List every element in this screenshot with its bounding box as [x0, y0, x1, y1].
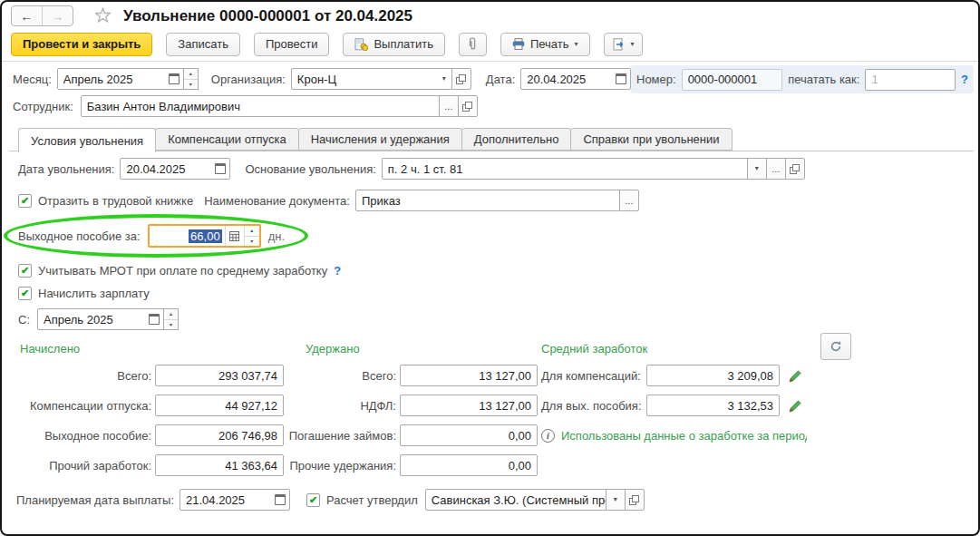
earnings-info-row: i Использованы данные о заработке за пер…: [541, 424, 807, 446]
export-icon: [612, 38, 626, 51]
refresh-icon: [830, 340, 842, 353]
employee-open-button[interactable]: [458, 95, 478, 117]
employee-row: Сотрудник: Базин Антон Владимирович ...: [13, 95, 478, 117]
calendar-button[interactable]: [165, 69, 183, 89]
employee-select-button[interactable]: ...: [439, 95, 459, 117]
title-row: ← → Увольнение 0000-000001 от 20.04.2025: [11, 5, 412, 26]
month-field[interactable]: Апрель 2025: [57, 68, 184, 90]
approved-by-open-button[interactable]: [625, 489, 645, 511]
write-button[interactable]: Записать: [166, 33, 240, 56]
totals-grid: Всего: 293 037,74 Всего: 13 127,00 Для к…: [11, 365, 807, 476]
avg-compensation-edit-button[interactable]: [783, 365, 807, 386]
other-earnings-label: Прочий заработок:: [11, 454, 151, 476]
month-spinner[interactable]: ▴ ▾: [183, 68, 199, 90]
reason-dropdown-button[interactable]: ▾: [747, 158, 767, 180]
tab-label: Справки при увольнении: [583, 132, 719, 146]
attachments-button[interactable]: [459, 33, 487, 56]
post-button[interactable]: Провести: [254, 33, 330, 56]
workbook-checkbox[interactable]: ✔: [18, 194, 32, 208]
reason-select-button[interactable]: ...: [766, 158, 786, 180]
tab-additional[interactable]: Дополнительно: [461, 128, 572, 151]
tab-vacation-compensation[interactable]: Компенсации отпуска: [155, 128, 299, 151]
mrot-checkbox[interactable]: ✔: [18, 264, 32, 278]
accrued-total-field[interactable]: 293 037,74: [155, 365, 284, 386]
check-icon: ✔: [21, 265, 29, 277]
reason-open-button[interactable]: [785, 158, 805, 180]
severance-days-control: 66,00 ▴ ▾: [148, 224, 261, 248]
withheld-total-field[interactable]: 13 127,00: [400, 365, 538, 386]
avg-severance-field[interactable]: 3 132,53: [646, 395, 780, 416]
other-earnings-field[interactable]: 41 363,64: [155, 454, 284, 476]
organization-field[interactable]: Крон-Ц ▾: [291, 68, 452, 90]
planned-date-field[interactable]: 21.04.2025: [180, 489, 290, 511]
tab-dismissal-certificates[interactable]: Справки при увольнении: [570, 128, 732, 151]
print-button[interactable]: Печать ▾: [500, 33, 590, 56]
forward-button[interactable]: →: [42, 6, 73, 25]
severance-row: Выходное пособие за: 66,00 ▴ ▾ дн.: [18, 224, 285, 248]
date-field[interactable]: 20.04.2025: [520, 68, 631, 90]
recalculate-button[interactable]: [820, 333, 851, 360]
pay-button[interactable]: Выплатить: [343, 33, 445, 56]
approved-checkbox[interactable]: ✔: [306, 493, 320, 507]
write-label: Записать: [178, 37, 228, 51]
other-deductions-value: 0,00: [509, 459, 531, 473]
page-title: Увольнение 0000-000001 от 20.04.2025: [123, 7, 412, 25]
planned-date-label: Планируемая дата выплаты:: [16, 493, 174, 507]
spin-up-icon: ▴: [184, 69, 198, 80]
dismissal-reason-field[interactable]: п. 2 ч. 1 ст. 81: [382, 158, 748, 180]
ndfl-value: 13 127,00: [479, 399, 531, 413]
export-button[interactable]: ▾: [604, 33, 643, 56]
tab-accruals-deductions[interactable]: Начисления и удержания: [298, 128, 462, 151]
calculator-button[interactable]: [225, 226, 244, 246]
dismissal-reason-value: п. 2 ч. 1 ст. 81: [388, 162, 747, 176]
severance-days-field[interactable]: 66,00: [150, 226, 225, 246]
calendar-button[interactable]: [612, 69, 630, 89]
star-icon: [94, 7, 112, 24]
earnings-info-text: Использованы данные о заработке за перио…: [561, 429, 807, 443]
calendar-button[interactable]: [271, 490, 289, 510]
paperclip-icon: [467, 37, 479, 51]
avg-compensation-field[interactable]: 3 209,08: [646, 365, 780, 386]
severance-pay-label: Выходное пособие:: [11, 424, 151, 446]
vacation-compensation-value: 44 927,12: [225, 399, 277, 413]
approved-by-dropdown-button[interactable]: ▾: [606, 489, 626, 511]
other-deductions-field[interactable]: 0,00: [400, 454, 538, 476]
open-icon: [456, 74, 466, 84]
doc-name-field[interactable]: Приказ: [355, 190, 620, 211]
calendar-button[interactable]: [211, 159, 229, 179]
calendar-button[interactable]: [145, 309, 163, 329]
print-label: Печать: [530, 37, 569, 51]
approved-by-field[interactable]: Савинская З.Ю. (Системный прог: [425, 489, 606, 511]
help-icon[interactable]: ?: [961, 73, 968, 86]
caret-down-icon: ▾: [631, 41, 635, 48]
post-and-close-button[interactable]: Провести и закрыть: [11, 33, 152, 56]
dismissal-document-window: ← → Увольнение 0000-000001 от 20.04.2025…: [0, 0, 980, 536]
ndfl-field[interactable]: 13 127,00: [400, 395, 538, 416]
employee-field[interactable]: Базин Антон Владимирович: [81, 95, 440, 117]
severance-days-value: 66,00: [189, 229, 222, 243]
post-and-close-label: Провести и закрыть: [23, 37, 141, 51]
favorite-button[interactable]: [94, 7, 112, 24]
info-icon[interactable]: i: [541, 429, 555, 443]
vacation-compensation-field[interactable]: 44 927,12: [155, 395, 284, 416]
planned-date-value: 21.04.2025: [186, 493, 271, 507]
accrued-total-value: 293 037,74: [218, 369, 277, 383]
organization-open-button[interactable]: [451, 68, 471, 90]
severance-days-spinner[interactable]: ▴ ▾: [244, 226, 259, 246]
salary-checkbox[interactable]: ✔: [18, 287, 32, 300]
pay-icon: [354, 38, 368, 51]
tab-dismissal-conditions[interactable]: Условия увольнения: [18, 128, 156, 152]
back-button[interactable]: ←: [12, 6, 42, 25]
loan-repayment-field[interactable]: 0,00: [400, 424, 538, 446]
dismissal-date-field[interactable]: 20.04.2025: [120, 158, 230, 180]
help-icon[interactable]: ?: [334, 264, 341, 278]
spin-up-icon: ▴: [245, 226, 259, 237]
severance-pay-field[interactable]: 206 746,98: [155, 424, 284, 446]
chevron-down-icon[interactable]: ▾: [437, 69, 451, 89]
avg-severance-edit-button[interactable]: [783, 395, 807, 416]
doc-name-select-button[interactable]: ...: [619, 190, 639, 211]
from-month-spinner[interactable]: ▴ ▾: [163, 308, 179, 330]
number-field[interactable]: 0000-000001: [682, 69, 783, 91]
from-month-field[interactable]: Апрель 2025: [37, 308, 164, 330]
print-as-field[interactable]: 1: [865, 69, 956, 91]
